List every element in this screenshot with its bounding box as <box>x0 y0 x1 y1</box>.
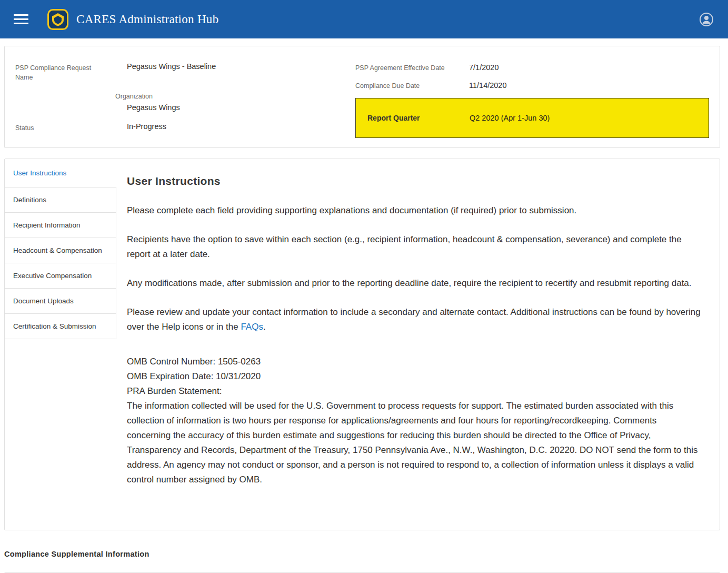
omb-control-number: OMB Control Number: 1505-0263 <box>127 354 701 369</box>
compliance-summary-card: PSP Compliance Request Name Pegasus Wing… <box>4 46 720 148</box>
tab-document-uploads[interactable]: Document Uploads <box>5 289 116 314</box>
report-sections-card: User Instructions Definitions Recipient … <box>4 159 720 530</box>
tab-headcount-compensation[interactable]: Headcount & Compensation <box>5 238 116 263</box>
instruction-paragraph: Recipients have the option to save withi… <box>127 232 701 262</box>
due-date-value: 11/14/2020 <box>469 81 709 90</box>
effective-date-value: 7/1/2020 <box>469 63 709 72</box>
user-instructions-panel: User Instructions Please complete each f… <box>116 159 720 530</box>
app-title: CARES Administration Hub <box>76 13 218 26</box>
omb-expiration-date: OMB Expiration Date: 10/31/2020 <box>127 369 701 384</box>
app-logo-icon <box>47 9 68 30</box>
instruction-paragraph: Please complete each field providing sup… <box>127 203 701 218</box>
faqs-link[interactable]: FAQs <box>241 322 263 332</box>
tab-user-instructions[interactable]: User Instructions <box>5 159 116 187</box>
compliance-supplemental-title: Compliance Supplemental Information <box>4 550 728 558</box>
organization-value: Pegasus Wings <box>127 103 355 112</box>
hamburger-menu-icon[interactable] <box>14 14 28 24</box>
section-tab-list: User Instructions Definitions Recipient … <box>5 159 116 530</box>
user-avatar-icon[interactable] <box>699 12 714 27</box>
omb-statement-block: OMB Control Number: 1505-0263 OMB Expira… <box>127 354 701 487</box>
page: CARES Administration Hub PSP Compliance … <box>0 0 728 573</box>
status-value: In-Progress <box>127 112 355 133</box>
pra-burden-heading: PRA Burden Statement: <box>127 384 701 399</box>
tab-definitions[interactable]: Definitions <box>5 187 116 213</box>
report-quarter-value: Q2 2020 (Apr 1-Jun 30) <box>470 114 550 122</box>
status-label: Status <box>15 112 127 133</box>
panel-title: User Instructions <box>127 175 701 187</box>
organization-label: Organization <box>115 92 355 101</box>
app-bar: CARES Administration Hub <box>0 0 728 38</box>
request-name-label: PSP Compliance Request Name <box>15 56 99 82</box>
instruction-paragraph: Any modifications made, after submission… <box>127 276 701 291</box>
tab-executive-compensation[interactable]: Executive Compensation <box>5 263 116 289</box>
report-quarter-highlight: Report Quarter Q2 2020 (Apr 1-Jun 30) <box>355 98 709 138</box>
pra-burden-statement: The information collected will be used f… <box>127 399 701 487</box>
report-quarter-label: Report Quarter <box>367 114 470 122</box>
instruction-paragraph-contact: Please review and update your contact in… <box>127 305 701 334</box>
request-name-value: Pegasus Wings - Baseline <box>127 56 355 82</box>
contact-text-post: . <box>263 322 266 332</box>
effective-date-label: PSP Agreement Effective Date <box>355 63 469 73</box>
due-date-label: Compliance Due Date <box>355 81 469 91</box>
tab-recipient-information[interactable]: Recipient Information <box>5 213 116 238</box>
tab-certification-submission[interactable]: Certification & Submission <box>5 314 116 339</box>
contact-text-pre: Please review and update your contact in… <box>127 307 701 332</box>
